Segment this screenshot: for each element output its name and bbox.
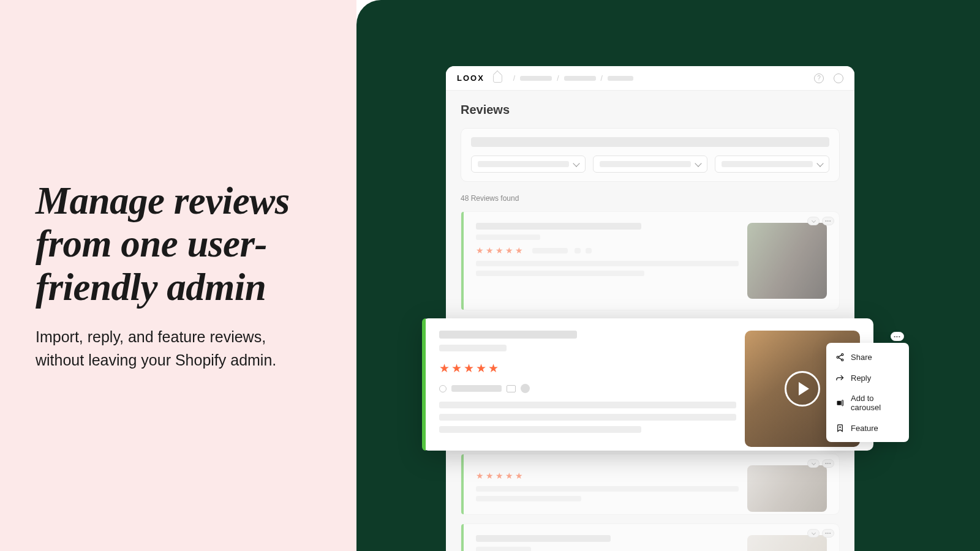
chevron-down-icon [695,160,701,167]
page-title: Reviews [461,103,840,117]
card-toggle[interactable] [807,529,820,538]
feature-icon [835,423,845,433]
card-toggle[interactable] [807,217,820,225]
chevron-down-icon [816,160,823,167]
review-thumbnail[interactable] [747,223,827,299]
email-icon [507,385,516,392]
search-input[interactable] [471,137,829,147]
review-thumbnail[interactable] [747,465,827,512]
menu-add-to-carousel[interactable]: Add to carousel [826,388,909,418]
breadcrumb-separator: / [557,74,559,83]
chevron-down-icon [573,160,579,167]
logo: LOOX [457,73,484,83]
filters-panel [461,128,840,182]
status-accent [422,318,426,451]
menu-share-label: Share [851,353,872,362]
menu-reply-label: Reply [851,373,871,383]
filter-dropdown[interactable] [593,156,707,173]
hero-headline: Manage reviews from one user-friendly ad… [36,179,321,309]
svg-line-3 [839,354,842,356]
account-icon[interactable] [834,73,843,83]
status-accent [461,454,464,514]
verified-icon [521,384,530,393]
card-menu-trigger[interactable]: ••• [891,332,904,341]
review-card[interactable]: ★★★★★ ••• [461,454,840,515]
admin-header: LOOX / / / ? [446,66,854,91]
breadcrumb-separator: / [513,74,515,83]
admin-window: LOOX / / / ? Reviews 48 Reviews found [446,66,854,551]
svg-rect-6 [842,400,843,405]
menu-reply[interactable]: Reply [826,367,909,388]
breadcrumb-separator: / [601,74,603,83]
menu-add-to-carousel-label: Add to carousel [851,394,900,412]
play-icon [785,371,820,407]
breadcrumb-item[interactable] [520,76,552,81]
share-icon [835,352,845,362]
star-rating: ★★★★★ [476,471,739,480]
menu-feature[interactable]: Feature [826,418,909,438]
hero-subtext: Import, reply, and feature reviews, with… [36,326,305,372]
svg-point-7 [839,426,841,428]
menu-feature-label: Feature [851,424,878,433]
card-menu[interactable]: ••• [822,217,834,225]
breadcrumb-item[interactable] [564,76,596,81]
home-icon[interactable] [493,74,502,83]
card-menu[interactable]: ••• [822,459,834,468]
status-accent [461,212,464,310]
results-count: 48 Reviews found [461,194,840,203]
card-toggle[interactable] [807,459,820,468]
status-accent [461,524,464,551]
review-card-expanded[interactable]: ★★★★★ [422,318,873,451]
review-card[interactable]: ★★★★★ ••• [461,211,840,310]
star-rating: ★★★★★ [476,246,739,255]
review-actions-menu: ••• Share Reply Add to carousel Feature [826,343,909,442]
hero-panel: Manage reviews from one user-friendly ad… [0,0,356,551]
breadcrumb-item[interactable] [608,76,633,81]
filter-dropdown[interactable] [715,156,829,173]
help-icon[interactable]: ? [814,73,824,83]
filter-dropdown[interactable] [471,156,586,173]
reply-icon [835,373,845,383]
menu-share[interactable]: Share [826,347,909,367]
svg-line-4 [839,358,842,359]
card-menu[interactable]: ••• [822,529,834,538]
carousel-icon [835,398,845,408]
user-avatar-icon [439,385,447,392]
review-card[interactable]: ••• [461,523,840,551]
svg-rect-5 [837,400,841,405]
star-rating: ★★★★★ [439,362,736,374]
